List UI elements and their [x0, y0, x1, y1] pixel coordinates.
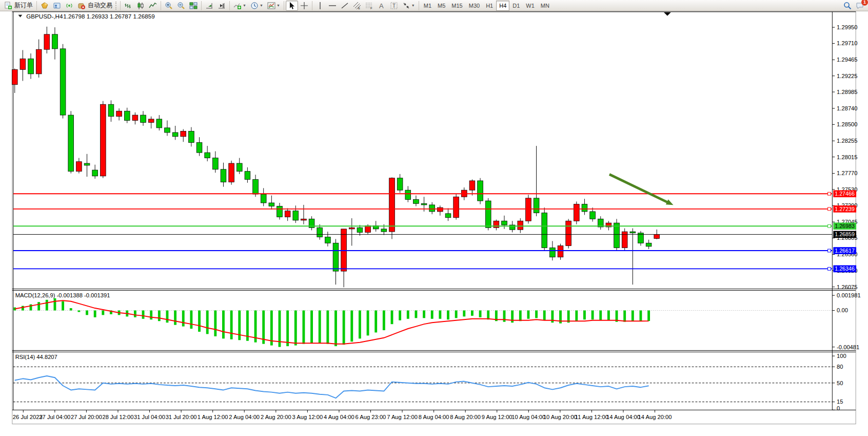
candle-body	[236, 163, 242, 172]
timeframe-button-m5[interactable]: M5	[435, 1, 448, 11]
text-label-button[interactable]: T	[388, 1, 400, 11]
trendline-button[interactable]	[339, 1, 351, 11]
hline-handle[interactable]	[828, 224, 831, 228]
time-tick-label: 14 Aug 04:00	[606, 414, 640, 420]
divider	[201, 1, 202, 10]
vertical-line-button[interactable]	[314, 1, 326, 11]
time-tick-label: 8 Aug 04:00	[419, 414, 449, 420]
rsi-axis-label: 15	[837, 399, 843, 405]
chart-symbol-period: GBPUSD-,H4	[26, 13, 63, 20]
bar-chart-button[interactable]	[122, 1, 134, 11]
timeframe-button-m30[interactable]: M30	[466, 1, 483, 11]
trendline-icon	[341, 2, 349, 10]
candle-body	[590, 212, 596, 219]
timeframe-button-d1[interactable]: D1	[509, 1, 523, 11]
divider	[284, 1, 284, 10]
price-tick-label: 1.28015	[837, 154, 857, 160]
chart-background	[11, 11, 857, 425]
time-tick-label: 31 Jul 20:00	[166, 414, 197, 420]
candle-body	[68, 115, 74, 172]
indicators-icon	[233, 2, 242, 10]
hline-handle[interactable]	[828, 207, 831, 211]
templates-button[interactable]: ▼	[265, 1, 282, 11]
timeframe-button-h1[interactable]: H1	[483, 1, 496, 11]
tile-windows-button[interactable]	[187, 1, 200, 11]
text-button[interactable]: A	[376, 1, 388, 11]
macd-axis-label: -0.00481	[837, 344, 859, 350]
timeframe-button-w1[interactable]: W1	[523, 1, 538, 11]
rsi-axis-label: 80	[837, 364, 843, 370]
autotrading-icon	[77, 2, 86, 10]
candle-body	[317, 228, 323, 237]
line-chart-button[interactable]	[147, 1, 159, 11]
price-label-text: 1.27239	[835, 206, 855, 212]
time-tick-label: 6 Aug 23:00	[356, 414, 386, 420]
candle-body	[285, 211, 290, 217]
time-tick-label: 9 Aug 12:00	[482, 414, 512, 420]
market-button[interactable]	[38, 1, 51, 11]
time-tick-label: 11 Aug 12:00	[575, 414, 608, 420]
timeframe-button-mn[interactable]: MN	[538, 1, 553, 11]
chart-window: 1.299501.297101.294651.292251.289851.287…	[0, 11, 868, 436]
candlestick-chart-button[interactable]	[134, 1, 147, 11]
candle-body	[365, 225, 371, 232]
periods-button[interactable]: ▼	[248, 1, 265, 11]
new-order-label: 新订单	[14, 1, 33, 10]
autotrading-button[interactable]: 自动交易	[75, 1, 114, 11]
equidistant-channel-button[interactable]: E	[351, 1, 363, 11]
cursor-icon	[288, 2, 296, 10]
candle-body	[534, 198, 539, 213]
hline-handle[interactable]	[828, 267, 831, 270]
candle-body	[389, 178, 395, 232]
cursor-button[interactable]	[286, 1, 298, 11]
auto-scroll-button[interactable]	[203, 1, 215, 11]
candle-body	[526, 198, 531, 221]
time-tick-label: 27 Jul 04:00	[39, 414, 70, 420]
candle-body	[269, 203, 274, 206]
clock-icon	[250, 2, 259, 10]
new-order-button[interactable]: 新订单	[2, 1, 35, 11]
hline-handle[interactable]	[828, 192, 831, 195]
timeframe-button-m1[interactable]: M1	[421, 1, 435, 11]
chart-shift-button[interactable]	[215, 1, 228, 11]
rsi-axis-label: 100	[837, 353, 846, 359]
candle-body	[156, 119, 162, 128]
svg-text:E: E	[358, 7, 360, 10]
candle-body	[221, 169, 226, 182]
candle-body	[196, 143, 202, 153]
candle-body	[100, 104, 106, 176]
divider	[312, 1, 312, 10]
price-tick-label: 1.29465	[837, 56, 857, 63]
time-tick-label: 26 Jul 2023	[13, 414, 43, 420]
chart-shift-icon	[218, 2, 226, 10]
horizontal-line-button[interactable]	[326, 1, 339, 11]
price-label-text: 1.26346	[835, 266, 855, 272]
timeframe-button-m15[interactable]: M15	[448, 1, 465, 11]
crosshair-button[interactable]	[298, 1, 310, 11]
candle-body	[205, 153, 210, 158]
time-tick-label: 1 Aug 12:00	[198, 414, 228, 420]
candle-body	[301, 219, 307, 220]
divider	[419, 1, 419, 10]
fibonacci-button[interactable]: F	[363, 1, 376, 11]
candle-body	[582, 204, 587, 212]
zoom-in-icon	[165, 2, 173, 10]
text-icon: A	[378, 2, 386, 10]
timeframe-bar: M1M5M15M30H1H4D1W1MN	[421, 1, 553, 11]
text-label-icon: T	[390, 2, 398, 10]
arrows-button[interactable]: ▼	[400, 1, 417, 11]
zoom-in-button[interactable]	[163, 1, 175, 11]
indicators-button[interactable]: ▼	[231, 1, 248, 11]
signals-button[interactable]	[63, 1, 75, 11]
search-button[interactable]	[841, 1, 854, 11]
candle-body	[542, 213, 547, 248]
candle-body	[381, 229, 387, 232]
tile-windows-icon	[189, 2, 198, 10]
chat-button[interactable]: 1	[854, 1, 866, 11]
timeframe-button-h4[interactable]: H4	[496, 1, 509, 11]
community-button[interactable]	[51, 1, 63, 11]
hline-handle[interactable]	[828, 249, 831, 252]
time-tick-label: 7 Aug 12:00	[387, 414, 418, 420]
candle-body	[172, 132, 178, 137]
zoom-out-button[interactable]	[175, 1, 187, 11]
